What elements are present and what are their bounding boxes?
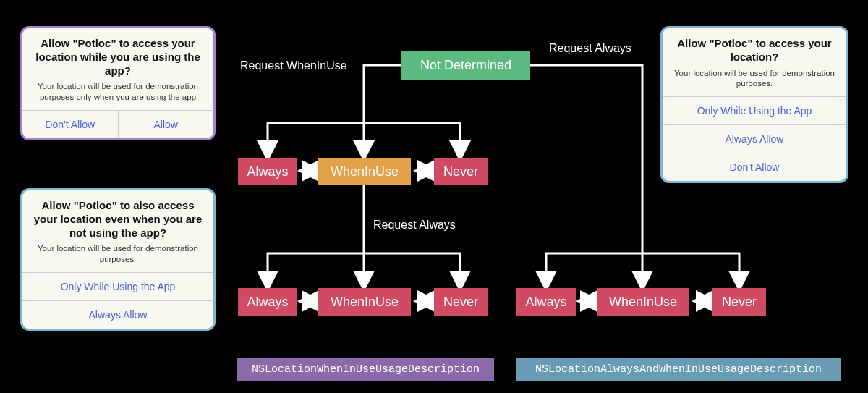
dialog-always-deny-button[interactable]: Don't Allow xyxy=(663,153,846,181)
label-request-wheninuse: Request WhenInUse xyxy=(240,59,347,72)
dialog-wheninuse-subtitle: Your location will be used for demonstra… xyxy=(33,81,203,103)
dialog-wheninuse-deny-button[interactable]: Don't Allow xyxy=(22,111,118,138)
dialog-wheninuse: Allow "Potloc" to access your location w… xyxy=(20,26,216,140)
dialog-always-onlyinuse-button[interactable]: Only While Using the App xyxy=(663,96,846,124)
node-row1-always: Always xyxy=(238,158,297,185)
node-not-determined: Not Determined xyxy=(401,51,530,80)
dialog-upgrade-always-button[interactable]: Always Allow xyxy=(22,300,213,329)
node-row2l-always: Always xyxy=(238,288,297,316)
dialog-upgrade-title: Allow "Potloc" to also access your locat… xyxy=(33,199,203,240)
dialog-wheninuse-title: Allow "Potloc" to access your location w… xyxy=(33,37,203,77)
dialog-always-always-button[interactable]: Always Allow xyxy=(663,124,846,153)
node-row2r-always: Always xyxy=(516,288,576,316)
node-row2l-wheninuse: WhenInUse xyxy=(318,288,411,316)
label-request-always-down: Request Always xyxy=(373,219,456,232)
dialog-wheninuse-allow-button[interactable]: Allow xyxy=(118,111,214,138)
node-row2r-never: Never xyxy=(712,288,766,316)
plist-wheninuse: NSLocationWhenInUseUsageDescription xyxy=(237,358,494,381)
dialog-upgrade-onlyinuse-button[interactable]: Only While Using the App xyxy=(22,272,213,300)
label-request-always-right: Request Always xyxy=(549,42,631,55)
dialog-upgrade-subtitle: Your location will be used for demonstra… xyxy=(33,243,203,265)
dialog-upgrade: Allow "Potloc" to also access your locat… xyxy=(20,188,216,331)
dialog-always: Allow "Potloc" to access your location? … xyxy=(660,26,848,183)
node-row1-wheninuse: WhenInUse xyxy=(318,158,411,185)
node-row2r-wheninuse: WhenInUse xyxy=(597,288,689,316)
node-row1-never: Never xyxy=(434,158,488,185)
node-row2l-never: Never xyxy=(434,288,488,316)
dialog-always-subtitle: Your location will be used for demonstra… xyxy=(673,68,836,90)
plist-always: NSLocationAlwaysAndWhenInUseUsageDescrip… xyxy=(516,358,841,381)
dialog-always-title: Allow "Potloc" to access your location? xyxy=(673,37,836,64)
